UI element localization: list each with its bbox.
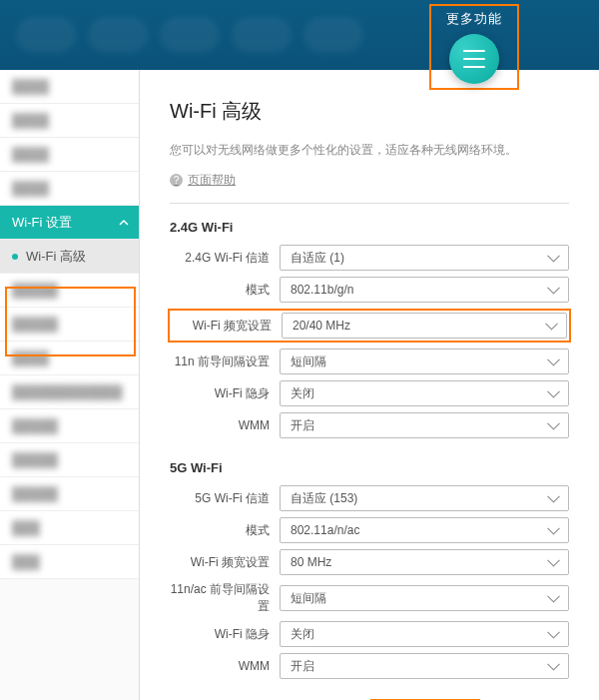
form-select-value: 短间隔	[291, 590, 326, 607]
form-label: Wi-Fi 频宽设置	[170, 554, 280, 571]
form-row: Wi-Fi 频宽设置80 MHz	[170, 549, 569, 575]
hamburger-icon	[463, 58, 485, 60]
form-label: 11n 前导间隔设置	[170, 353, 280, 370]
form-select-value: 关闭	[291, 626, 314, 643]
form-label: 5G Wi-Fi 信道	[170, 490, 280, 507]
form-row: Wi-Fi 隐身关闭	[170, 621, 569, 647]
sidebar-item-label: Wi-Fi 高级	[26, 248, 86, 266]
form-select-value: 自适应 (1)	[291, 250, 344, 267]
hamburger-icon	[463, 50, 485, 52]
form-row: 模式802.11a/n/ac	[170, 517, 569, 543]
sidebar-item[interactable]: ████	[0, 104, 139, 138]
form-select[interactable]: 20/40 MHz	[282, 313, 567, 339]
main-layout: ████ ████ ████ ████ Wi-Fi 设置 Wi-Fi 高级 ██…	[0, 70, 599, 700]
chevron-up-icon	[119, 218, 129, 228]
content-pane: Wi-Fi 高级 您可以对无线网络做更多个性化的设置，适应各种无线网络环境。 ?…	[140, 70, 599, 700]
top-nav-item[interactable]	[16, 17, 76, 53]
sidebar-item[interactable]: █████	[0, 409, 139, 443]
form-select[interactable]: 80 MHz	[280, 549, 569, 575]
form-select[interactable]: 关闭	[280, 621, 569, 647]
form-select[interactable]: 802.11b/g/n	[280, 277, 569, 303]
form-label: Wi-Fi 隐身	[170, 385, 280, 402]
sidebar-item-label: Wi-Fi 设置	[12, 214, 72, 232]
form-label: 模式	[170, 282, 280, 299]
form-select[interactable]: 自适应 (1)	[280, 245, 569, 271]
page-title: Wi-Fi 高级	[170, 98, 569, 125]
form-label: 11n/ac 前导间隔设置	[170, 581, 280, 615]
more-features-button[interactable]	[449, 34, 499, 84]
form-label: WMM	[170, 659, 280, 673]
top-nav: 更多功能	[0, 0, 599, 70]
form-select[interactable]: 802.11a/n/ac	[280, 517, 569, 543]
form-select[interactable]: 关闭	[280, 380, 569, 406]
form-select[interactable]: 自适应 (153)	[280, 485, 569, 511]
section-title-5g: 5G Wi-Fi	[170, 460, 569, 475]
form-row: Wi-Fi 频宽设置20/40 MHz	[168, 309, 571, 343]
form-select-value: 80 MHz	[291, 555, 331, 569]
form-select-value: 开启	[291, 417, 314, 434]
sidebar-item[interactable]: █████	[0, 477, 139, 511]
sidebar-item[interactable]: ████	[0, 138, 139, 172]
sidebar-item[interactable]: ████	[0, 70, 139, 104]
divider	[170, 203, 569, 204]
form-select-value: 关闭	[291, 385, 314, 402]
form-label: WMM	[170, 418, 280, 432]
form-row: 11n 前导间隔设置短间隔	[170, 349, 569, 374]
form-select[interactable]: 开启	[280, 653, 569, 679]
form-row: Wi-Fi 隐身关闭	[170, 380, 569, 406]
form-select-value: 20/40 MHz	[293, 319, 350, 333]
sidebar-item[interactable]: ████	[0, 172, 139, 206]
section-title-24g: 2.4G Wi-Fi	[170, 220, 569, 235]
more-features-label: 更多功能	[446, 10, 502, 28]
form-row: 5G Wi-Fi 信道自适应 (153)	[170, 485, 569, 511]
form-label: 2.4G Wi-Fi 信道	[170, 250, 280, 267]
top-nav-item[interactable]	[303, 17, 363, 53]
sidebar-item[interactable]: █████	[0, 308, 139, 342]
form-select[interactable]: 短间隔	[280, 585, 569, 611]
form-select-value: 802.11a/n/ac	[291, 523, 359, 537]
sidebar: ████ ████ ████ ████ Wi-Fi 设置 Wi-Fi 高级 ██…	[0, 70, 140, 700]
help-icon: ?	[170, 174, 183, 187]
form-row: WMM开启	[170, 653, 569, 679]
form-label: 模式	[170, 522, 280, 539]
top-nav-item[interactable]	[160, 17, 220, 53]
form-row: 11n/ac 前导间隔设置短间隔	[170, 581, 569, 615]
form-select-value: 短间隔	[291, 353, 326, 370]
page-help-link[interactable]: ? 页面帮助	[170, 172, 236, 189]
sidebar-item[interactable]: ███	[0, 545, 139, 579]
sidebar-item-wifi-advanced[interactable]: Wi-Fi 高级	[0, 240, 139, 274]
top-nav-item[interactable]	[88, 17, 148, 53]
more-features-highlight: 更多功能	[429, 4, 519, 90]
form-row: 2.4G Wi-Fi 信道自适应 (1)	[170, 245, 569, 271]
form-row: 模式802.11b/g/n	[170, 277, 569, 303]
top-nav-item[interactable]	[232, 17, 292, 53]
form-select-value: 开启	[291, 658, 314, 675]
sidebar-item[interactable]: █████	[0, 443, 139, 477]
form-row: WMM开启	[170, 412, 569, 438]
form-label: Wi-Fi 隐身	[170, 626, 280, 643]
form-select[interactable]: 开启	[280, 412, 569, 438]
form-label: Wi-Fi 频宽设置	[172, 318, 282, 335]
sidebar-item[interactable]: █████	[0, 274, 139, 308]
help-link-label: 页面帮助	[188, 172, 236, 189]
sidebar-item[interactable]: ████	[0, 342, 139, 375]
page-description: 您可以对无线网络做更多个性化的设置，适应各种无线网络环境。	[170, 141, 569, 160]
form-select-value: 802.11b/g/n	[291, 283, 353, 297]
hamburger-icon	[463, 66, 485, 68]
sidebar-item[interactable]: ████████████	[0, 375, 139, 409]
sidebar-item[interactable]: ███	[0, 511, 139, 545]
sidebar-item-wifi-settings[interactable]: Wi-Fi 设置	[0, 206, 139, 240]
form-select[interactable]: 短间隔	[280, 349, 569, 374]
form-select-value: 自适应 (153)	[291, 490, 357, 507]
